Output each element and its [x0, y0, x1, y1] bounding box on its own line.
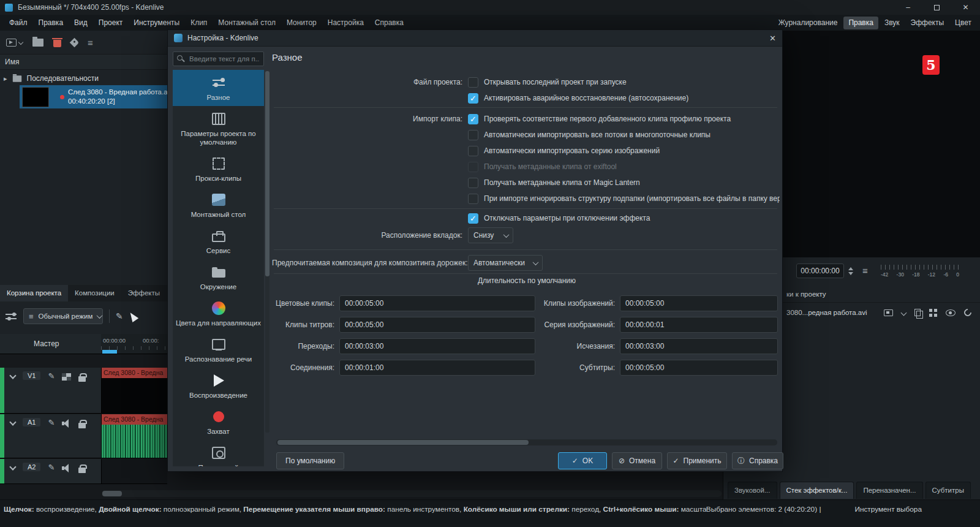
- timeline-zone[interactable]: [102, 350, 117, 354]
- checkbox[interactable]: [468, 114, 478, 124]
- tag-button[interactable]: [71, 39, 78, 46]
- settings-option[interactable]: Отключать параметры при отключении эффек…: [468, 210, 780, 226]
- menu-item[interactable]: Инструменты: [128, 15, 185, 31]
- duration-input[interactable]: [339, 338, 535, 354]
- bin-clip-row[interactable]: След 3080 - Вредная работа.а 00:40:20:20…: [20, 85, 167, 108]
- bottom-panel-tab[interactable]: Стек эффектов/к...: [780, 482, 854, 499]
- settings-category[interactable]: Цвета для направляющих: [173, 295, 264, 332]
- insert-zone-icon[interactable]: [884, 309, 893, 316]
- bottom-panel-tab[interactable]: Звуковой...: [728, 482, 777, 499]
- scrollbar-thumb[interactable]: [277, 440, 529, 445]
- lock-icon[interactable]: [78, 423, 86, 428]
- menu-item[interactable]: Монтажный стол: [213, 15, 281, 31]
- duration-input[interactable]: [620, 338, 778, 354]
- menu-item[interactable]: Клип: [185, 15, 213, 31]
- active-track-strip[interactable]: [0, 414, 4, 458]
- bin-menu-icon[interactable]: ≡: [88, 37, 93, 48]
- maximize-icon[interactable]: [922, 0, 951, 15]
- add-clip-button[interactable]: [6, 39, 23, 47]
- selection-tool-icon[interactable]: [127, 310, 138, 322]
- duration-input[interactable]: [620, 360, 778, 376]
- checkbox[interactable]: [468, 213, 478, 224]
- settings-category[interactable]: Сервис: [173, 223, 264, 259]
- checkbox[interactable]: [468, 146, 478, 156]
- track-label[interactable]: V1: [23, 371, 40, 380]
- eye-icon[interactable]: [946, 309, 956, 316]
- apply-button[interactable]: ✓Применить: [667, 452, 727, 469]
- settings-option[interactable]: При импорте игнорировать структуру подпа…: [468, 191, 780, 207]
- settings-option[interactable]: Получать метаданные клипа от exiftool: [468, 159, 780, 175]
- checkbox[interactable]: [468, 93, 478, 104]
- help-button[interactable]: ⓘСправка: [732, 452, 783, 469]
- duration-input[interactable]: [339, 295, 535, 311]
- chevron-down-icon[interactable]: [901, 309, 907, 316]
- menu-item[interactable]: Вид: [69, 15, 93, 31]
- settings-category[interactable]: Поворотный: [173, 440, 264, 466]
- timeline-master[interactable]: Мастер: [0, 334, 101, 354]
- settings-search-input[interactable]: [173, 51, 264, 66]
- timeline-hscrollbar[interactable]: [102, 490, 722, 497]
- create-folder-button[interactable]: [32, 39, 43, 47]
- checkbox[interactable]: [468, 77, 478, 88]
- delete-button[interactable]: [53, 38, 61, 47]
- settings-category[interactable]: Параметры проекта по умолчанию: [173, 106, 264, 151]
- dialog-hscrollbar[interactable]: [276, 439, 777, 445]
- spin-up-icon[interactable]: [848, 267, 853, 270]
- menu-item[interactable]: Настройка: [322, 15, 369, 31]
- dialog-titlebar[interactable]: Настройка - Kdenlive ✕: [168, 30, 782, 47]
- edit-icon[interactable]: ✎: [48, 463, 55, 472]
- track-label[interactable]: A2: [23, 463, 40, 471]
- lock-icon[interactable]: [78, 376, 86, 382]
- cancel-button[interactable]: ⊘Отмена: [612, 452, 662, 469]
- checkbox[interactable]: [468, 130, 478, 140]
- refresh-icon[interactable]: [963, 308, 973, 318]
- settings-option[interactable]: Автоматически импортировать серию изобра…: [468, 143, 780, 159]
- copy-icon[interactable]: [914, 309, 921, 316]
- timeline-clip-video[interactable]: След 3080 - Вредна: [102, 368, 167, 413]
- collapse-chevron-icon[interactable]: [9, 419, 16, 425]
- checkbox[interactable]: [468, 194, 478, 204]
- settings-option[interactable]: Автоматически импортировать все потоки в…: [468, 127, 780, 143]
- layout-switch[interactable]: Эффекты: [906, 17, 949, 29]
- settings-option[interactable]: Активировать аварийное восстановление (а…: [468, 90, 780, 106]
- defaults-button[interactable]: По умолчанию: [276, 452, 344, 469]
- layout-switch[interactable]: Журналирование: [774, 17, 843, 29]
- edit-icon[interactable]: ✎: [48, 418, 55, 428]
- monitor-timecode[interactable]: 00:00:00:00: [796, 264, 844, 278]
- track-label[interactable]: A1: [23, 418, 40, 427]
- settings-category[interactable]: Разное: [173, 70, 264, 106]
- edit-tool-icon[interactable]: ✎: [116, 311, 123, 321]
- bin-tab[interactable]: Корзина проекта: [0, 285, 68, 301]
- edit-mode-dropdown[interactable]: ≡ Обычный режим: [23, 308, 103, 324]
- bottom-panel-tab[interactable]: Переназначен...: [856, 482, 922, 499]
- bottom-panel-tab[interactable]: Субтитры: [925, 482, 971, 499]
- settings-category[interactable]: Монтажный стол: [173, 187, 264, 223]
- settings-option[interactable]: Получать метаданные клипа от Magic Lante…: [468, 175, 780, 191]
- grid-icon[interactable]: [929, 309, 932, 312]
- settings-category[interactable]: Прокси-клипы: [173, 151, 264, 187]
- bin-tab[interactable]: Эффекты: [121, 285, 167, 301]
- active-track-strip[interactable]: [0, 368, 4, 413]
- layout-switch[interactable]: Правка: [843, 17, 878, 29]
- speaker-icon[interactable]: [62, 419, 71, 428]
- scrollbar-thumb[interactable]: [265, 71, 270, 276]
- menu-item[interactable]: Проект: [93, 15, 129, 31]
- bin-column-header[interactable]: Имя: [0, 54, 167, 70]
- lock-icon[interactable]: [78, 468, 86, 473]
- menu-item[interactable]: Правка: [33, 15, 69, 31]
- checkbox[interactable]: [468, 162, 478, 172]
- settings-category[interactable]: Окружение: [173, 259, 264, 295]
- thumbnails-icon[interactable]: [62, 373, 71, 381]
- timeline-settings-icon[interactable]: [5, 311, 17, 321]
- composition-dropdown[interactable]: Автоматически: [468, 255, 543, 271]
- settings-option[interactable]: Открывать последний проект при запуске: [468, 74, 780, 90]
- settings-category[interactable]: Распознавание речи: [173, 332, 264, 368]
- duration-input[interactable]: [620, 295, 778, 311]
- menu-item[interactable]: Монитор: [281, 15, 322, 31]
- monitor-menu-icon[interactable]: ≡: [862, 265, 868, 276]
- settings-category[interactable]: Захват: [173, 404, 264, 440]
- edit-icon[interactable]: ✎: [48, 371, 55, 381]
- timeline-clip-audio[interactable]: След 3080 - Вредна: [102, 414, 167, 458]
- dialog-close-icon[interactable]: ✕: [769, 34, 776, 43]
- close-icon[interactable]: ✕: [951, 0, 980, 15]
